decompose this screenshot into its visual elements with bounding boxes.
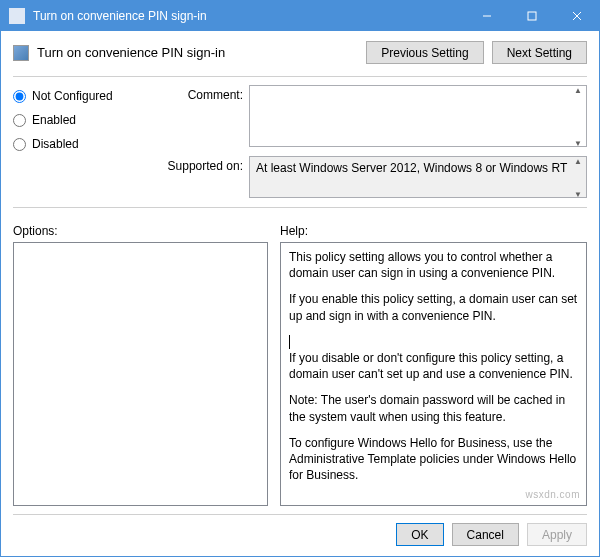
next-setting-button[interactable]: Next Setting (492, 41, 587, 64)
footer: OK Cancel Apply (13, 514, 587, 546)
options-box[interactable] (13, 242, 268, 506)
scroll-down-icon[interactable]: ▼ (570, 139, 586, 149)
divider (13, 76, 587, 77)
options-label: Options: (13, 224, 268, 238)
svg-rect-1 (528, 12, 536, 20)
help-paragraph: If you enable this policy setting, a dom… (289, 291, 578, 323)
scroll-up-icon[interactable]: ▲ (570, 157, 586, 167)
radio-enabled[interactable]: Enabled (13, 113, 133, 127)
help-paragraph: Note: The user's domain password will be… (289, 392, 578, 424)
minimize-button[interactable] (464, 1, 509, 31)
help-pane: Help: This policy setting allows you to … (280, 224, 587, 506)
titlebar: Turn on convenience PIN sign-in (1, 1, 599, 31)
options-pane: Options: (13, 224, 268, 506)
watermark: wsxdn.com (525, 488, 580, 502)
supported-value: At least Windows Server 2012, Windows 8 … (249, 156, 587, 198)
policy-title: Turn on convenience PIN sign-in (37, 45, 225, 60)
system-buttons (464, 1, 599, 31)
help-paragraph: If you disable or don't configure this p… (289, 350, 578, 382)
window-title: Turn on convenience PIN sign-in (33, 9, 207, 23)
apply-button[interactable]: Apply (527, 523, 587, 546)
config-row: Not Configured Enabled Disabled Comment: (13, 85, 587, 201)
state-radios: Not Configured Enabled Disabled (13, 85, 133, 201)
app-icon (9, 8, 25, 24)
header-left: Turn on convenience PIN sign-in (13, 45, 225, 61)
right-fields: Comment: ▲ ▼ Supported on: At least Wind… (153, 85, 587, 201)
help-paragraph: This policy setting allows you to contro… (289, 249, 578, 281)
radio-not-configured[interactable]: Not Configured (13, 89, 133, 103)
scroll-up-icon[interactable]: ▲ (570, 86, 586, 96)
comment-input[interactable] (249, 85, 587, 147)
supported-label: Supported on: (153, 156, 243, 201)
radio-not-configured-input[interactable] (13, 90, 26, 103)
radio-not-configured-label: Not Configured (32, 89, 113, 103)
header-row: Turn on convenience PIN sign-in Previous… (13, 41, 587, 64)
content: Turn on convenience PIN sign-in Previous… (1, 31, 599, 556)
titlebar-left: Turn on convenience PIN sign-in (1, 8, 207, 24)
supported-scroll: ▲ ▼ (570, 157, 586, 200)
comment-wrap: ▲ ▼ (249, 85, 587, 150)
window: Turn on convenience PIN sign-in Turn on … (0, 0, 600, 557)
radio-disabled[interactable]: Disabled (13, 137, 133, 151)
close-button[interactable] (554, 1, 599, 31)
comment-scroll: ▲ ▼ (570, 86, 586, 149)
ok-button[interactable]: OK (396, 523, 443, 546)
radio-enabled-label: Enabled (32, 113, 76, 127)
help-paragraph: To configure Windows Hello for Business,… (289, 435, 578, 484)
help-box[interactable]: This policy setting allows you to contro… (280, 242, 587, 506)
help-label: Help: (280, 224, 587, 238)
radio-disabled-label: Disabled (32, 137, 79, 151)
maximize-button[interactable] (509, 1, 554, 31)
policy-icon (13, 45, 29, 61)
supported-block: Supported on: At least Windows Server 20… (153, 156, 587, 201)
divider-2 (13, 207, 587, 208)
panes-row: Options: Help: This policy setting allow… (13, 224, 587, 506)
comment-label: Comment: (153, 85, 243, 150)
cancel-button[interactable]: Cancel (452, 523, 519, 546)
nav-buttons: Previous Setting Next Setting (366, 41, 587, 64)
previous-setting-button[interactable]: Previous Setting (366, 41, 483, 64)
radio-enabled-input[interactable] (13, 114, 26, 127)
radio-disabled-input[interactable] (13, 138, 26, 151)
comment-block: Comment: ▲ ▼ (153, 85, 587, 150)
text-cursor-icon (289, 335, 290, 349)
supported-wrap: At least Windows Server 2012, Windows 8 … (249, 156, 587, 201)
scroll-down-icon[interactable]: ▼ (570, 190, 586, 200)
